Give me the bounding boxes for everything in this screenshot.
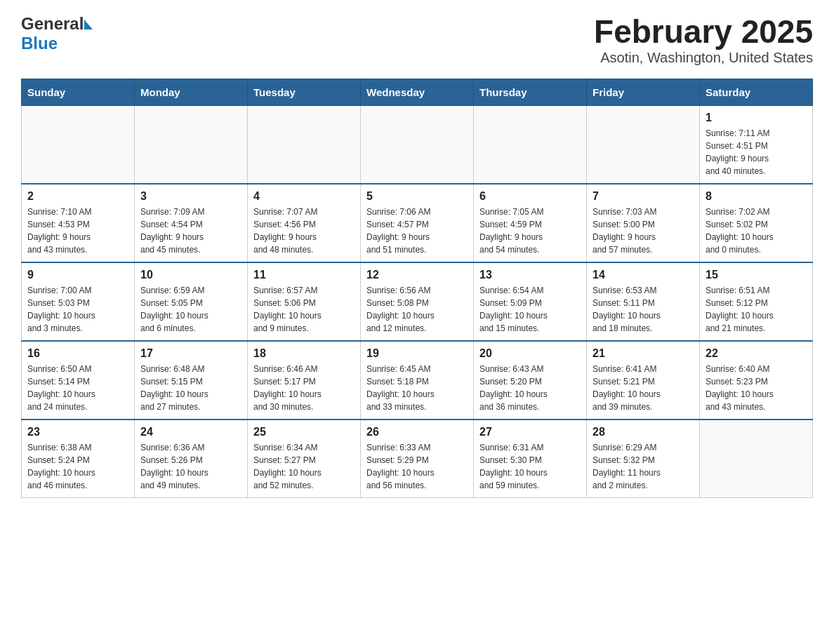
day-info: Sunrise: 6:43 AM Sunset: 5:20 PM Dayligh… bbox=[479, 363, 581, 413]
day-info: Sunrise: 6:54 AM Sunset: 5:09 PM Dayligh… bbox=[479, 284, 581, 335]
day-number: 17 bbox=[140, 347, 241, 360]
calendar-cell: 28Sunrise: 6:29 AM Sunset: 5:32 PM Dayli… bbox=[587, 420, 700, 498]
calendar-week-2: 2Sunrise: 7:10 AM Sunset: 4:53 PM Daylig… bbox=[22, 184, 813, 262]
day-number: 18 bbox=[253, 347, 355, 360]
day-header-friday: Friday bbox=[587, 79, 700, 105]
page-header: General Blue February 2025 Asotin, Washi… bbox=[21, 14, 813, 66]
calendar-cell: 16Sunrise: 6:50 AM Sunset: 5:14 PM Dayli… bbox=[22, 341, 135, 420]
day-number: 27 bbox=[479, 426, 581, 438]
day-number: 15 bbox=[706, 269, 807, 281]
day-info: Sunrise: 6:53 AM Sunset: 5:11 PM Dayligh… bbox=[593, 284, 694, 335]
day-number: 28 bbox=[593, 426, 694, 438]
calendar-table: SundayMondayTuesdayWednesdayThursdayFrid… bbox=[21, 79, 813, 498]
calendar-cell: 14Sunrise: 6:53 AM Sunset: 5:11 PM Dayli… bbox=[587, 262, 700, 341]
day-number: 2 bbox=[27, 190, 128, 203]
calendar-body: 1Sunrise: 7:11 AM Sunset: 4:51 PM Daylig… bbox=[22, 105, 813, 497]
calendar-cell: 12Sunrise: 6:56 AM Sunset: 5:08 PM Dayli… bbox=[361, 262, 474, 341]
day-number: 5 bbox=[366, 190, 468, 203]
day-number: 10 bbox=[140, 269, 241, 281]
day-number: 16 bbox=[27, 347, 128, 360]
calendar-cell: 11Sunrise: 6:57 AM Sunset: 5:06 PM Dayli… bbox=[248, 262, 361, 341]
day-info: Sunrise: 6:51 AM Sunset: 5:12 PM Dayligh… bbox=[706, 284, 807, 335]
day-info: Sunrise: 6:46 AM Sunset: 5:17 PM Dayligh… bbox=[253, 363, 355, 413]
day-info: Sunrise: 7:05 AM Sunset: 4:59 PM Dayligh… bbox=[479, 206, 581, 256]
day-info: Sunrise: 7:10 AM Sunset: 4:53 PM Dayligh… bbox=[27, 206, 128, 256]
calendar-cell: 19Sunrise: 6:45 AM Sunset: 5:18 PM Dayli… bbox=[361, 341, 474, 420]
calendar-cell bbox=[587, 105, 700, 184]
day-info: Sunrise: 6:31 AM Sunset: 5:30 PM Dayligh… bbox=[479, 441, 581, 492]
calendar-cell bbox=[361, 105, 474, 184]
day-number: 8 bbox=[706, 190, 807, 203]
calendar-cell: 25Sunrise: 6:34 AM Sunset: 5:27 PM Dayli… bbox=[248, 420, 361, 498]
day-headers-row: SundayMondayTuesdayWednesdayThursdayFrid… bbox=[22, 79, 813, 105]
day-info: Sunrise: 6:57 AM Sunset: 5:06 PM Dayligh… bbox=[253, 284, 355, 335]
day-info: Sunrise: 6:40 AM Sunset: 5:23 PM Dayligh… bbox=[706, 363, 807, 413]
day-info: Sunrise: 6:34 AM Sunset: 5:27 PM Dayligh… bbox=[253, 441, 355, 492]
day-info: Sunrise: 6:48 AM Sunset: 5:15 PM Dayligh… bbox=[140, 363, 241, 413]
day-number: 13 bbox=[479, 269, 581, 281]
calendar-cell: 18Sunrise: 6:46 AM Sunset: 5:17 PM Dayli… bbox=[248, 341, 361, 420]
day-number: 26 bbox=[366, 426, 468, 438]
calendar-cell: 23Sunrise: 6:38 AM Sunset: 5:24 PM Dayli… bbox=[22, 420, 135, 498]
day-number: 1 bbox=[706, 112, 807, 124]
calendar-cell: 24Sunrise: 6:36 AM Sunset: 5:26 PM Dayli… bbox=[135, 420, 248, 498]
calendar-cell: 5Sunrise: 7:06 AM Sunset: 4:57 PM Daylig… bbox=[361, 184, 474, 262]
day-number: 14 bbox=[593, 269, 694, 281]
calendar-cell: 26Sunrise: 6:33 AM Sunset: 5:29 PM Dayli… bbox=[361, 420, 474, 498]
calendar-cell: 27Sunrise: 6:31 AM Sunset: 5:30 PM Dayli… bbox=[474, 420, 587, 498]
day-number: 23 bbox=[27, 426, 128, 438]
calendar-week-5: 23Sunrise: 6:38 AM Sunset: 5:24 PM Dayli… bbox=[22, 420, 813, 498]
calendar-cell: 7Sunrise: 7:03 AM Sunset: 5:00 PM Daylig… bbox=[587, 184, 700, 262]
calendar-cell: 4Sunrise: 7:07 AM Sunset: 4:56 PM Daylig… bbox=[248, 184, 361, 262]
calendar-cell: 20Sunrise: 6:43 AM Sunset: 5:20 PM Dayli… bbox=[474, 341, 587, 420]
day-header-thursday: Thursday bbox=[474, 79, 587, 105]
day-header-tuesday: Tuesday bbox=[248, 79, 361, 105]
day-info: Sunrise: 6:33 AM Sunset: 5:29 PM Dayligh… bbox=[366, 441, 468, 492]
day-info: Sunrise: 6:50 AM Sunset: 5:14 PM Dayligh… bbox=[27, 363, 128, 413]
calendar-cell: 6Sunrise: 7:05 AM Sunset: 4:59 PM Daylig… bbox=[474, 184, 587, 262]
title-block: February 2025 Asotin, Washington, United… bbox=[594, 14, 813, 66]
logo: General Blue bbox=[21, 14, 93, 53]
calendar-cell: 8Sunrise: 7:02 AM Sunset: 5:02 PM Daylig… bbox=[700, 184, 813, 262]
day-info: Sunrise: 7:09 AM Sunset: 4:54 PM Dayligh… bbox=[140, 206, 241, 256]
day-info: Sunrise: 6:56 AM Sunset: 5:08 PM Dayligh… bbox=[366, 284, 468, 335]
calendar-subtitle: Asotin, Washington, United States bbox=[594, 50, 813, 66]
calendar-cell bbox=[474, 105, 587, 184]
day-info: Sunrise: 6:36 AM Sunset: 5:26 PM Dayligh… bbox=[140, 441, 241, 492]
day-number: 20 bbox=[479, 347, 581, 360]
calendar-cell: 2Sunrise: 7:10 AM Sunset: 4:53 PM Daylig… bbox=[22, 184, 135, 262]
day-number: 21 bbox=[593, 347, 694, 360]
day-info: Sunrise: 7:02 AM Sunset: 5:02 PM Dayligh… bbox=[706, 206, 807, 256]
calendar-week-4: 16Sunrise: 6:50 AM Sunset: 5:14 PM Dayli… bbox=[22, 341, 813, 420]
day-number: 22 bbox=[706, 347, 807, 360]
calendar-cell: 13Sunrise: 6:54 AM Sunset: 5:09 PM Dayli… bbox=[474, 262, 587, 341]
day-info: Sunrise: 6:38 AM Sunset: 5:24 PM Dayligh… bbox=[27, 441, 128, 492]
day-number: 4 bbox=[253, 190, 355, 203]
day-info: Sunrise: 7:06 AM Sunset: 4:57 PM Dayligh… bbox=[366, 206, 468, 256]
day-info: Sunrise: 6:45 AM Sunset: 5:18 PM Dayligh… bbox=[366, 363, 468, 413]
day-header-monday: Monday bbox=[135, 79, 248, 105]
day-info: Sunrise: 7:00 AM Sunset: 5:03 PM Dayligh… bbox=[27, 284, 128, 335]
logo-general-text: General bbox=[21, 14, 84, 34]
calendar-week-1: 1Sunrise: 7:11 AM Sunset: 4:51 PM Daylig… bbox=[22, 105, 813, 184]
logo-blue-text: Blue bbox=[21, 34, 58, 53]
day-number: 7 bbox=[593, 190, 694, 203]
calendar-cell: 21Sunrise: 6:41 AM Sunset: 5:21 PM Dayli… bbox=[587, 341, 700, 420]
calendar-cell: 9Sunrise: 7:00 AM Sunset: 5:03 PM Daylig… bbox=[22, 262, 135, 341]
calendar-cell bbox=[700, 420, 813, 498]
day-info: Sunrise: 6:41 AM Sunset: 5:21 PM Dayligh… bbox=[593, 363, 694, 413]
day-info: Sunrise: 6:29 AM Sunset: 5:32 PM Dayligh… bbox=[593, 441, 694, 492]
calendar-cell: 17Sunrise: 6:48 AM Sunset: 5:15 PM Dayli… bbox=[135, 341, 248, 420]
calendar-cell bbox=[135, 105, 248, 184]
day-number: 9 bbox=[27, 269, 128, 281]
logo-arrow-icon bbox=[84, 20, 93, 29]
day-info: Sunrise: 7:11 AM Sunset: 4:51 PM Dayligh… bbox=[706, 127, 807, 177]
calendar-cell: 3Sunrise: 7:09 AM Sunset: 4:54 PM Daylig… bbox=[135, 184, 248, 262]
calendar-cell bbox=[22, 105, 135, 184]
day-number: 3 bbox=[140, 190, 241, 203]
day-info: Sunrise: 7:03 AM Sunset: 5:00 PM Dayligh… bbox=[593, 206, 694, 256]
day-header-sunday: Sunday bbox=[22, 79, 135, 105]
day-header-wednesday: Wednesday bbox=[361, 79, 474, 105]
day-info: Sunrise: 6:59 AM Sunset: 5:05 PM Dayligh… bbox=[140, 284, 241, 335]
day-number: 11 bbox=[253, 269, 355, 281]
